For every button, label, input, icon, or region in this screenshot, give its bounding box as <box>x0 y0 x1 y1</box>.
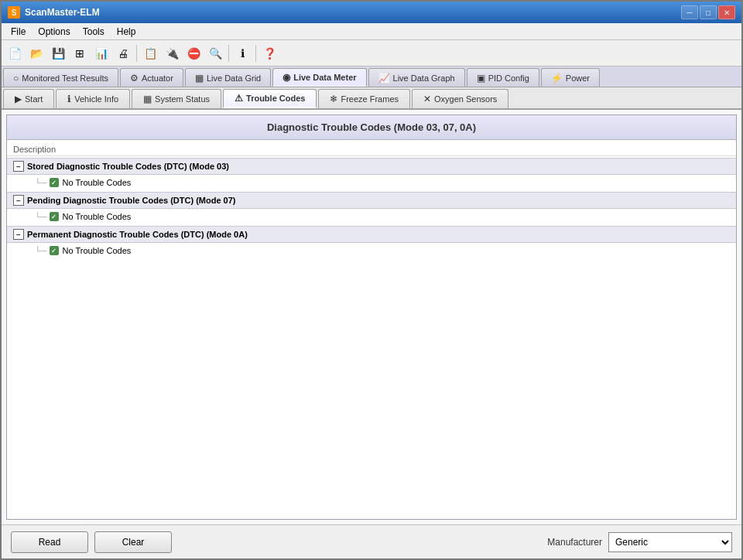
tree-item-label-pending-1: No Trouble Codes <box>63 212 132 221</box>
bottom-bar: Read Clear Manufacturer Generic Ford GM … <box>2 524 741 558</box>
menu-bar: File Options Tools Help <box>2 23 741 40</box>
close-button[interactable]: ✕ <box>718 5 735 19</box>
tree-container: Description − Stored Diagnostic Trouble … <box>7 140 736 519</box>
tab-label-oxygen: Oxygen Sensors <box>434 94 497 104</box>
tab-icon-start: ▶ <box>15 94 22 104</box>
menu-tools[interactable]: Tools <box>77 25 111 39</box>
toolbar-print-btn[interactable]: 🖨 <box>113 43 133 63</box>
main-window: S ScanMaster-ELM ─ □ ✕ File Options Tool… <box>0 0 743 560</box>
tab-icon-actuator: ⚙ <box>130 73 139 84</box>
tab-icon-system: ▦ <box>143 94 152 104</box>
tab-oxygen-sensors[interactable]: ✕ Oxygen Sensors <box>412 89 508 108</box>
tab-label-live-graph: Live Data Graph <box>393 73 455 83</box>
bottom-right: Manufacturer Generic Ford GM Toyota Hond… <box>547 532 732 552</box>
toolbar-save-btn[interactable]: 💾 <box>48 43 68 63</box>
minimize-button[interactable]: ─ <box>681 5 698 19</box>
tab-bar-second: ▶ Start ℹ Vehicle Info ▦ System Status ⚠… <box>2 87 741 110</box>
menu-help[interactable]: Help <box>111 25 142 39</box>
tab-pid-config[interactable]: ▣ PID Config <box>467 68 539 87</box>
tab-icon-monitored: ○ <box>13 73 19 84</box>
tab-actuator[interactable]: ⚙ Actuator <box>120 68 183 87</box>
tab-label-actuator: Actuator <box>142 73 173 83</box>
window-controls: ─ □ ✕ <box>681 5 735 19</box>
title-bar-left: S ScanMaster-ELM <box>8 6 100 19</box>
tab-live-data-meter[interactable]: ◉ Live Data Meter <box>272 68 366 87</box>
tree-item-icon-stored-1: ✓ <box>49 177 60 188</box>
tab-icon-live-grid: ▦ <box>195 73 204 84</box>
manufacturer-select[interactable]: Generic Ford GM Toyota Honda BMW <box>608 532 732 552</box>
title-bar: S ScanMaster-ELM ─ □ ✕ <box>2 2 741 23</box>
tab-label-system: System Status <box>155 94 210 104</box>
tab-vehicle-info[interactable]: ℹ Vehicle Info <box>56 89 130 108</box>
menu-options[interactable]: Options <box>32 25 76 39</box>
toolbar-connect-btn[interactable]: 🔌 <box>162 43 182 63</box>
tab-label-trouble: Trouble Codes <box>246 94 305 103</box>
manufacturer-label: Manufacturer <box>547 537 602 548</box>
tree-group-header-pending[interactable]: − Pending Diagnostic Trouble Codes (DTC)… <box>7 192 736 209</box>
tab-monitored-test-results[interactable]: ○ Monitored Test Results <box>3 68 118 87</box>
column-header-description: Description <box>7 143 736 156</box>
tree-item-label-permanent-1: No Trouble Codes <box>63 246 132 255</box>
toolbar-grid-btn[interactable]: ⊞ <box>70 43 90 63</box>
tab-bar-top: ○ Monitored Test Results ⚙ Actuator ▦ Li… <box>2 67 741 87</box>
toolbar-open-btn[interactable]: 📂 <box>26 43 46 63</box>
toolbar-chart-btn[interactable]: 📊 <box>91 43 111 63</box>
tab-label-start: Start <box>25 94 43 104</box>
tab-start[interactable]: ▶ Start <box>3 89 54 108</box>
maximize-button[interactable]: □ <box>700 5 717 19</box>
tab-trouble-codes[interactable]: ⚠ Trouble Codes <box>223 89 317 108</box>
tree-item-permanent-1: └─ ✓ No Trouble Codes <box>7 243 736 258</box>
expand-icon-stored[interactable]: − <box>13 161 24 172</box>
expand-icon-permanent[interactable]: − <box>13 229 24 240</box>
toolbar-disconnect-btn[interactable]: ⛔ <box>183 43 204 63</box>
tab-label-pid: PID Config <box>488 73 529 83</box>
tab-label-power: Power <box>566 73 590 83</box>
tab-icon-live-graph: 📈 <box>378 73 390 84</box>
tree-item-icon-permanent-1: ✓ <box>49 245 60 256</box>
tab-label-live-grid: Live Data Grid <box>207 73 261 83</box>
toolbar-sep-1 <box>136 45 137 62</box>
tab-freeze-frames[interactable]: ❄ Freeze Frames <box>318 89 410 108</box>
tree-group-label-stored: Stored Diagnostic Trouble Codes (DTC) (M… <box>27 162 229 171</box>
tab-power[interactable]: ⚡ Power <box>541 68 600 87</box>
tab-icon-oxygen: ✕ <box>423 94 431 104</box>
main-content: Diagnostic Trouble Codes (Mode 03, 07, 0… <box>2 110 741 524</box>
tab-icon-trouble: ⚠ <box>235 93 243 104</box>
panel-title: Diagnostic Trouble Codes (Mode 03, 07, 0… <box>7 115 736 140</box>
tree-group-label-pending: Pending Diagnostic Trouble Codes (DTC) (… <box>27 196 236 205</box>
expand-icon-pending[interactable]: − <box>13 195 24 206</box>
tab-icon-freeze: ❄ <box>330 94 337 104</box>
menu-file[interactable]: File <box>5 25 32 39</box>
tree-group-pending: − Pending Diagnostic Trouble Codes (DTC)… <box>7 192 736 224</box>
clear-button[interactable]: Clear <box>94 531 172 553</box>
tab-icon-live-meter: ◉ <box>282 72 290 83</box>
tree-group-stored: − Stored Diagnostic Trouble Codes (DTC) … <box>7 158 736 190</box>
bottom-left: Read Clear <box>11 531 172 553</box>
read-button[interactable]: Read <box>11 531 88 553</box>
tree-item-label-stored-1: No Trouble Codes <box>63 178 132 187</box>
tree-connector-pending-1: └─ <box>35 212 47 221</box>
toolbar: 📄 📂 💾 ⊞ 📊 🖨 📋 🔌 ⛔ 🔍 ℹ ❓ <box>2 40 741 67</box>
tab-icon-pid: ▣ <box>477 73 485 84</box>
tab-icon-vehicle: ℹ <box>67 94 71 104</box>
window-title: ScanMaster-ELM <box>25 7 100 18</box>
toolbar-clipboard-btn[interactable]: 📋 <box>140 43 160 63</box>
toolbar-sep-2 <box>228 45 229 62</box>
tree-group-header-stored[interactable]: − Stored Diagnostic Trouble Codes (DTC) … <box>7 158 736 175</box>
tree-connector-permanent-1: └─ <box>35 246 47 255</box>
tree-group-header-permanent[interactable]: − Permanent Diagnostic Trouble Codes (DT… <box>7 226 736 243</box>
toolbar-help-btn[interactable]: ❓ <box>259 43 279 63</box>
tab-live-data-graph[interactable]: 📈 Live Data Graph <box>368 68 465 87</box>
toolbar-scan-btn[interactable]: 🔍 <box>205 43 225 63</box>
toolbar-sep-3 <box>255 45 256 62</box>
tab-label-vehicle: Vehicle Info <box>74 94 118 104</box>
tab-system-status[interactable]: ▦ System Status <box>132 89 221 108</box>
content-panel: Diagnostic Trouble Codes (Mode 03, 07, 0… <box>6 114 737 520</box>
toolbar-info-btn[interactable]: ℹ <box>232 43 252 63</box>
ok-icon-pending-1: ✓ <box>50 212 59 221</box>
tree-connector-stored-1: └─ <box>35 178 47 187</box>
tab-live-data-grid[interactable]: ▦ Live Data Grid <box>185 68 271 87</box>
tab-label-monitored: Monitored Test Results <box>22 73 108 83</box>
tree-item-stored-1: └─ ✓ No Trouble Codes <box>7 175 736 190</box>
toolbar-new-btn[interactable]: 📄 <box>5 43 25 63</box>
